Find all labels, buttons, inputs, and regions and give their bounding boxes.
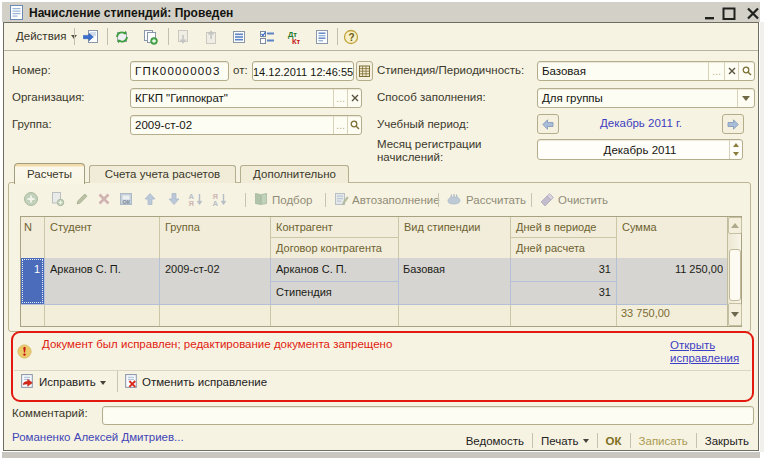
toolbar-separator: [245, 193, 246, 207]
post-document-icon[interactable]: [83, 29, 99, 45]
cell-contractor[interactable]: Арканов С. П.: [276, 258, 394, 275]
fill-method-select[interactable]: Для группы: [537, 88, 755, 108]
study-period-label: Учебный период:: [377, 118, 469, 130]
tab-scheta-ucheta[interactable]: Счета учета расчетов: [89, 165, 236, 183]
cell-group[interactable]: 2009-ст-02: [165, 258, 266, 275]
document-icon: [10, 5, 23, 20]
fix-button[interactable]: Исправить: [39, 376, 106, 388]
col-header-num[interactable]: N: [21, 217, 44, 258]
actions-menu-button[interactable]: Действия: [10, 26, 83, 47]
reread-icon[interactable]: [114, 29, 130, 45]
cell-contract[interactable]: Стипендия: [276, 281, 394, 298]
end-edit-icon: ОК: [118, 191, 134, 207]
group-ellipsis-button[interactable]: ...: [333, 116, 347, 134]
cell-student[interactable]: Арканов С. П.: [50, 258, 155, 275]
print-button[interactable]: Печать: [533, 433, 597, 449]
fill-method-value: Для группы: [542, 92, 603, 104]
col-header-days-calc[interactable]: Дней расчета: [510, 238, 616, 258]
warning-panel: Документ был исправлен; редактирование д…: [11, 331, 754, 402]
spin-down-icon[interactable]: [730, 150, 742, 160]
group-open-button[interactable]: [347, 116, 361, 134]
delete-icon: [96, 191, 112, 207]
dtkt-icon[interactable]: Дт Кт: [287, 29, 303, 45]
sheet-button[interactable]: Ведомость: [458, 433, 532, 449]
clear-table-icon: [539, 191, 555, 207]
organization-value: КГКП "Гиппократ": [135, 92, 228, 104]
number-field[interactable]: ГПК00000003: [130, 61, 229, 81]
organization-ellipsis-button[interactable]: ...: [333, 89, 347, 107]
warning-icon: [17, 344, 32, 359]
list-icon[interactable]: [231, 29, 247, 45]
toolbar-separator: [325, 193, 326, 207]
dropdown-arrow-icon[interactable]: [737, 89, 754, 107]
stipend-open-button[interactable]: [738, 62, 754, 80]
period-prev-button[interactable]: [537, 114, 559, 134]
col-header-student[interactable]: Студент: [44, 217, 159, 258]
scroll-up-icon: [731, 223, 739, 228]
scroll-up-button[interactable]: [728, 217, 742, 234]
open-corrections-link[interactable]: Открыть исправления: [670, 339, 746, 364]
save-button[interactable]: Записать: [631, 433, 696, 449]
tab-raschety[interactable]: Расчеты: [14, 163, 85, 184]
stipend-ellipsis-button[interactable]: ...: [708, 62, 724, 80]
reg-month-label-line1: Месяц регистрации: [377, 138, 482, 150]
sort-asc-icon: А Я: [188, 191, 204, 207]
toolbar-separator: [337, 28, 338, 45]
chevron-down-icon: [100, 381, 106, 385]
calculate-button: Рассчитать: [466, 194, 526, 206]
stipend-field[interactable]: Базовая ...: [537, 61, 755, 81]
spin-up-icon[interactable]: [730, 140, 742, 150]
organization-clear-button[interactable]: [347, 89, 361, 107]
cell-days-period[interactable]: 31: [510, 258, 611, 275]
calculate-icon: [446, 191, 462, 207]
cancel-fix-icon: [123, 373, 140, 390]
comment-label: Комментарий:: [12, 407, 88, 419]
period-next-button[interactable]: [722, 114, 744, 134]
tab-dopolnitelno[interactable]: Дополнительно: [240, 165, 349, 183]
minimize-button[interactable]: [703, 6, 717, 21]
copy-icon[interactable]: [142, 29, 158, 45]
month-spinner[interactable]: [729, 140, 742, 159]
report-icon[interactable]: [314, 29, 330, 45]
maximize-button[interactable]: [722, 6, 736, 21]
ok-button[interactable]: ОК: [598, 433, 630, 449]
row-number-cell[interactable]: 1: [21, 258, 44, 304]
close-button[interactable]: [746, 6, 760, 21]
organization-field[interactable]: КГКП "Гиппократ" ...: [130, 88, 362, 108]
cell-days-calc[interactable]: 31: [510, 281, 611, 298]
stipend-clear-button[interactable]: [724, 62, 738, 80]
study-period-link[interactable]: Декабрь 2011 г.: [565, 117, 717, 129]
date-field[interactable]: 14.12.2011 12:46:55: [252, 61, 354, 81]
responsible-link[interactable]: Романенко Алексей Дмитриев...: [12, 431, 184, 443]
pick-button: Подбор: [272, 194, 313, 206]
svg-text:А: А: [213, 199, 219, 207]
calendar-icon: [359, 65, 370, 77]
col-header-group[interactable]: Группа: [159, 217, 270, 258]
close-window-button[interactable]: Закрыть: [697, 433, 757, 449]
scrollbar-thumb[interactable]: [729, 249, 741, 301]
cell-type[interactable]: Базовая: [403, 258, 506, 275]
group-value: 2009-ст-02: [135, 119, 192, 131]
window-right-edge: [760, 22, 764, 452]
reg-month-field[interactable]: Декабрь 2011: [537, 139, 743, 160]
col-header-amount[interactable]: Сумма: [616, 217, 727, 258]
col-header-contract[interactable]: Договор контрагента: [270, 238, 398, 258]
help-icon[interactable]: ?: [343, 29, 359, 45]
col-header-days[interactable]: Дней в периоде: [510, 217, 616, 237]
stipend-label: Стипендия/Периодичность:: [377, 64, 524, 76]
toolbar-separator: [438, 193, 439, 207]
scroll-down-button[interactable]: [728, 303, 742, 326]
structure-icon[interactable]: [259, 29, 275, 45]
col-header-type[interactable]: Вид стипендии: [398, 217, 510, 258]
comment-field[interactable]: [102, 406, 754, 425]
clear-icon: [351, 94, 359, 102]
calendar-button[interactable]: [356, 61, 373, 81]
vertical-scrollbar[interactable]: [727, 217, 741, 326]
group-field[interactable]: 2009-ст-02 ...: [130, 115, 362, 135]
cell-amount[interactable]: 11 250,00: [616, 258, 723, 275]
clear-table-button: Очистить: [558, 194, 608, 206]
clear-icon: [728, 67, 736, 75]
col-header-contractor[interactable]: Контрагент: [270, 217, 398, 237]
movements-icon: [175, 29, 191, 45]
cancel-fix-button[interactable]: Отменить исправление: [142, 376, 267, 388]
